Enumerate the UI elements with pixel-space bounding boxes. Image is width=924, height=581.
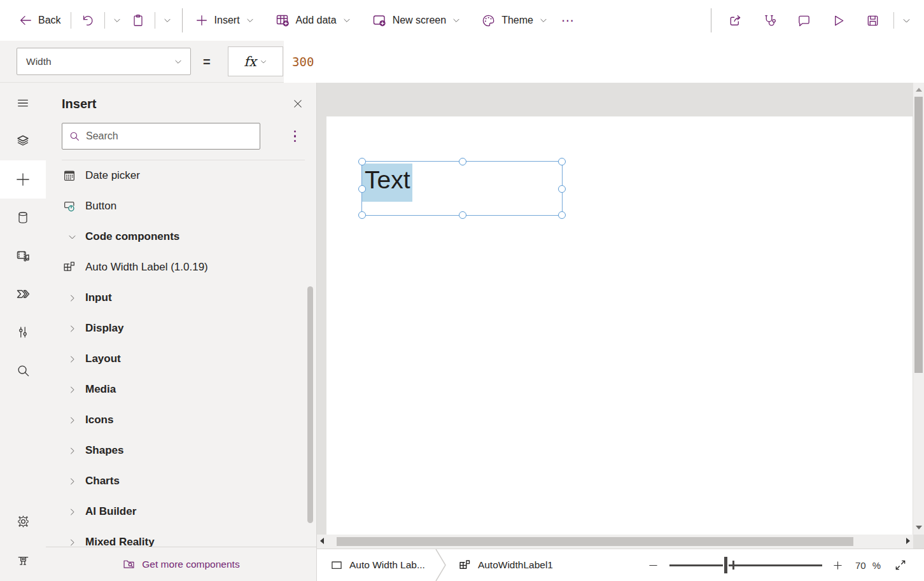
- resize-handle-middle-left[interactable]: [358, 185, 366, 193]
- divider: [104, 12, 105, 29]
- insert-item-auto-width-label[interactable]: Auto Width Label (1.0.19): [46, 252, 316, 283]
- new-screen-button[interactable]: New screen: [366, 8, 466, 33]
- toolbar-overflow-button[interactable]: ⋯: [554, 13, 583, 28]
- resize-handle-bottom-center[interactable]: [459, 211, 466, 219]
- advanced-tools-icon: [16, 325, 30, 339]
- insert-item-label: Date picker: [85, 169, 140, 182]
- chevron-down-icon: [342, 16, 351, 25]
- zoom-out-button[interactable]: [643, 554, 664, 576]
- zoom-slider-track[interactable]: [669, 564, 822, 567]
- save-button[interactable]: [860, 8, 885, 33]
- scroll-up-arrow[interactable]: [916, 88, 922, 92]
- insert-category-mixed-reality[interactable]: Mixed Reality: [46, 527, 316, 547]
- save-options-chevron[interactable]: [898, 8, 915, 33]
- breadcrumb-screen[interactable]: Auto Width Lab...: [317, 559, 434, 571]
- insert-category-label: Display: [85, 322, 123, 335]
- insert-plus-icon: [15, 171, 31, 188]
- insert-category-shapes[interactable]: Shapes: [46, 435, 316, 466]
- insert-category-icons[interactable]: Icons: [46, 405, 316, 435]
- insert-panel-list: Date picker Button Code components Auto …: [46, 160, 316, 547]
- insert-menu-button[interactable]: Insert: [189, 8, 260, 33]
- share-button[interactable]: [722, 8, 748, 33]
- insert-item-button[interactable]: Button: [46, 191, 316, 221]
- panel-overflow-button[interactable]: [290, 127, 300, 146]
- theme-button[interactable]: Theme: [475, 8, 554, 33]
- rail-item-search[interactable]: [0, 351, 46, 389]
- breadcrumb-control[interactable]: AutoWidthLabel1: [448, 559, 562, 572]
- zoom-slider-thumb[interactable]: [723, 556, 729, 575]
- plus-icon: [195, 13, 209, 27]
- resize-handle-bottom-left[interactable]: [358, 211, 366, 219]
- percent-sign: %: [872, 560, 881, 571]
- panel-scrollbar-thumb[interactable]: [307, 286, 313, 523]
- rail-item-data[interactable]: [0, 199, 46, 237]
- back-button[interactable]: Back: [13, 8, 67, 33]
- rail-item-tree-view[interactable]: [0, 122, 46, 160]
- add-data-button[interactable]: Add data: [269, 8, 357, 33]
- search-icon: [16, 363, 31, 378]
- scroll-down-arrow[interactable]: [916, 526, 922, 529]
- insert-panel-header: Insert: [46, 83, 316, 160]
- fx-icon: fx: [244, 54, 256, 69]
- section-divider: [711, 8, 711, 32]
- close-panel-button[interactable]: [291, 97, 305, 111]
- property-dropdown[interactable]: Width: [17, 48, 191, 75]
- folder-search-icon: [122, 557, 136, 571]
- resize-handle-bottom-right[interactable]: [558, 211, 566, 219]
- insert-category-label: Charts: [85, 475, 120, 487]
- rail-item-advanced-tools[interactable]: [0, 313, 46, 351]
- zoom-in-button[interactable]: [827, 554, 849, 576]
- insert-category-label: Layout: [85, 353, 121, 365]
- fit-to-screen-button[interactable]: [890, 554, 911, 576]
- insert-category-input[interactable]: Input: [46, 283, 316, 313]
- rail-item-settings[interactable]: [0, 502, 46, 540]
- back-label: Back: [38, 15, 61, 26]
- insert-item-date-picker[interactable]: Date picker: [46, 160, 316, 191]
- vertical-scrollbar-thumb[interactable]: [914, 97, 923, 373]
- insert-category-code-components[interactable]: Code components: [46, 221, 316, 252]
- comments-button[interactable]: [791, 8, 816, 33]
- rail-item-power-automate[interactable]: [0, 275, 46, 313]
- canvas-vertical-scrollbar[interactable]: [913, 83, 924, 535]
- insert-category-media[interactable]: Media: [46, 374, 316, 405]
- preview-button[interactable]: [825, 8, 851, 33]
- chevron-down-icon: [539, 16, 548, 25]
- media-icon: [15, 248, 31, 263]
- canvas-horizontal-scrollbar[interactable]: [317, 535, 913, 549]
- rail-item-tests[interactable]: [0, 540, 46, 578]
- undo-button[interactable]: [75, 8, 101, 33]
- theme-label: Theme: [501, 15, 533, 26]
- app-checker-button[interactable]: [757, 8, 782, 33]
- rail-item-menu[interactable]: [0, 84, 46, 122]
- resize-handle-top-center[interactable]: [459, 158, 466, 165]
- horizontal-scrollbar-thumb[interactable]: [337, 537, 853, 546]
- search-input[interactable]: [86, 130, 253, 142]
- fx-dropdown-button[interactable]: fx: [228, 46, 283, 76]
- component-search-box[interactable]: [62, 123, 260, 150]
- screen-icon: [330, 559, 343, 571]
- chevron-right-icon: [62, 416, 77, 425]
- paste-menu-chevron[interactable]: [159, 8, 176, 33]
- resize-handle-top-right[interactable]: [558, 158, 566, 165]
- rail-item-media[interactable]: [0, 237, 46, 275]
- rail-item-insert[interactable]: [0, 160, 46, 199]
- insert-category-display[interactable]: Display: [46, 313, 316, 344]
- expand-icon: [894, 559, 907, 571]
- insert-category-ai-builder[interactable]: AI Builder: [46, 496, 316, 527]
- paste-button[interactable]: [125, 8, 151, 33]
- scroll-left-arrow[interactable]: [320, 538, 324, 544]
- insert-category-charts[interactable]: Charts: [46, 466, 316, 496]
- selected-control[interactable]: Text: [361, 161, 563, 216]
- undo-menu-chevron[interactable]: [109, 8, 125, 33]
- chevron-right-icon: [62, 477, 77, 486]
- resize-handle-middle-right[interactable]: [558, 185, 566, 193]
- formula-input[interactable]: 300: [284, 41, 924, 83]
- zoom-slider[interactable]: [669, 554, 822, 576]
- breadcrumb-screen-label: Auto Width Lab...: [349, 559, 425, 571]
- chevron-right-icon: [62, 354, 77, 364]
- scroll-right-arrow[interactable]: [906, 538, 910, 544]
- divider: [71, 12, 71, 29]
- resize-handle-top-left[interactable]: [358, 158, 366, 165]
- get-more-components-button[interactable]: Get more components: [46, 547, 316, 581]
- insert-category-layout[interactable]: Layout: [46, 344, 316, 374]
